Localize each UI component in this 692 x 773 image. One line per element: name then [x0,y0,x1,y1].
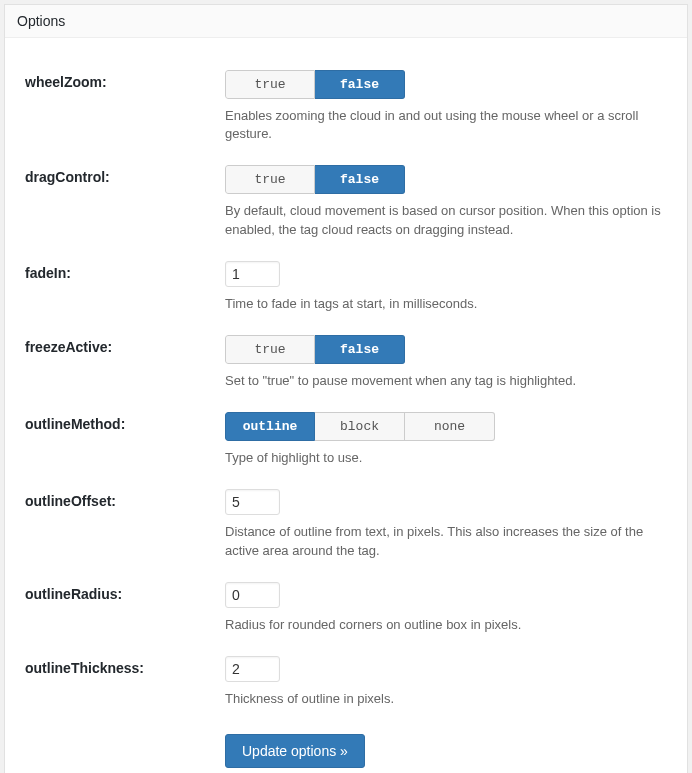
toggle-dragcontrol: true false [225,165,667,194]
panel-body: wheelZoom: true false Enables zooming th… [5,38,687,773]
label-outlineradius: outlineRadius: [25,582,225,602]
toggle-outlinemethod: outline block none [225,412,667,441]
toggle-outlinemethod-outline[interactable]: outline [225,412,315,441]
row-outlineoffset: outlineOffset: Distance of outline from … [25,489,667,559]
toggle-wheelzoom-true[interactable]: true [225,70,315,99]
control-outlineradius: Radius for rounded corners on outline bo… [225,582,667,634]
label-outlineoffset: outlineOffset: [25,489,225,509]
label-dragcontrol: dragControl: [25,165,225,185]
update-options-button[interactable]: Update options » [225,734,365,768]
submit-row: Update options » [225,734,667,768]
toggle-dragcontrol-false[interactable]: false [315,165,405,194]
desc-freezeactive: Set to "true" to pause movement when any… [225,372,667,390]
toggle-freezeactive-false[interactable]: false [315,335,405,364]
row-outlinethickness: outlineThickness: Thickness of outline i… [25,656,667,708]
input-outlineradius[interactable] [225,582,280,608]
desc-outlinethickness: Thickness of outline in pixels. [225,690,667,708]
control-outlinethickness: Thickness of outline in pixels. [225,656,667,708]
label-outlinethickness: outlineThickness: [25,656,225,676]
row-dragcontrol: dragControl: true false By default, clou… [25,165,667,238]
row-fadein: fadeIn: Time to fade in tags at start, i… [25,261,667,313]
toggle-dragcontrol-true[interactable]: true [225,165,315,194]
desc-wheelzoom: Enables zooming the cloud in and out usi… [225,107,667,143]
toggle-wheelzoom: true false [225,70,667,99]
toggle-freezeactive-true[interactable]: true [225,335,315,364]
label-fadein: fadeIn: [25,261,225,281]
panel-title: Options [5,5,687,38]
row-wheelzoom: wheelZoom: true false Enables zooming th… [25,70,667,143]
row-outlinemethod: outlineMethod: outline block none Type o… [25,412,667,467]
options-panel: Options wheelZoom: true false Enables zo… [4,4,688,773]
desc-outlineradius: Radius for rounded corners on outline bo… [225,616,667,634]
input-outlineoffset[interactable] [225,489,280,515]
control-outlinemethod: outline block none Type of highlight to … [225,412,667,467]
desc-outlinemethod: Type of highlight to use. [225,449,667,467]
toggle-freezeactive: true false [225,335,667,364]
input-fadein[interactable] [225,261,280,287]
desc-fadein: Time to fade in tags at start, in millis… [225,295,667,313]
toggle-outlinemethod-block[interactable]: block [315,412,405,441]
input-outlinethickness[interactable] [225,656,280,682]
label-wheelzoom: wheelZoom: [25,70,225,90]
toggle-outlinemethod-none[interactable]: none [405,412,495,441]
label-outlinemethod: outlineMethod: [25,412,225,432]
control-wheelzoom: true false Enables zooming the cloud in … [225,70,667,143]
control-fadein: Time to fade in tags at start, in millis… [225,261,667,313]
control-outlineoffset: Distance of outline from text, in pixels… [225,489,667,559]
desc-outlineoffset: Distance of outline from text, in pixels… [225,523,667,559]
label-freezeactive: freezeActive: [25,335,225,355]
toggle-wheelzoom-false[interactable]: false [315,70,405,99]
control-dragcontrol: true false By default, cloud movement is… [225,165,667,238]
row-outlineradius: outlineRadius: Radius for rounded corner… [25,582,667,634]
desc-dragcontrol: By default, cloud movement is based on c… [225,202,667,238]
control-freezeactive: true false Set to "true" to pause moveme… [225,335,667,390]
row-freezeactive: freezeActive: true false Set to "true" t… [25,335,667,390]
